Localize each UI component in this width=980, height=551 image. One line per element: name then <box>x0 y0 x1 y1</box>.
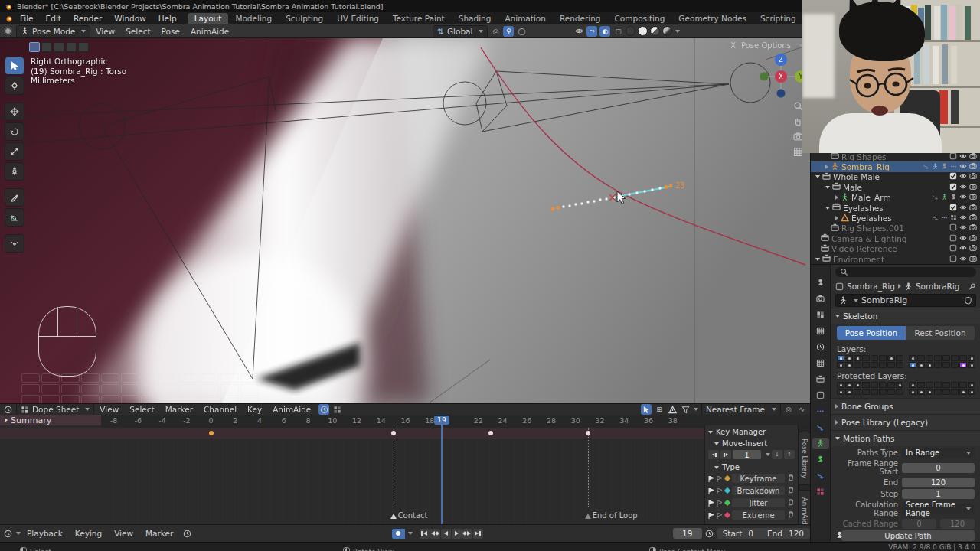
layer-cell[interactable] <box>951 355 959 361</box>
shading-wireframe-icon[interactable] <box>626 26 635 36</box>
layer-cell[interactable] <box>896 362 903 368</box>
expander-icon[interactable] <box>825 186 830 189</box>
blender-app-icon[interactable] <box>5 14 14 23</box>
armature-name-field[interactable]: SombraRig <box>835 294 976 307</box>
dope-menu-view[interactable]: View <box>94 405 124 414</box>
viewport-3d[interactable]: 23 Z Y X <box>0 38 810 403</box>
menu-window[interactable]: Window <box>108 14 152 23</box>
dope-menu-marker[interactable]: Marker <box>160 405 198 414</box>
trash-icon[interactable] <box>787 498 795 507</box>
snap-mode-dropdown[interactable]: Nearest Frame <box>701 403 781 416</box>
workspace-tab-texture-paint[interactable]: Texture Paint <box>386 13 452 24</box>
layer-cell[interactable] <box>837 355 844 361</box>
keyframe-dot[interactable] <box>391 431 396 435</box>
move-left-button[interactable] <box>708 450 719 459</box>
deselect-keys-flag-icon[interactable] <box>717 512 723 518</box>
visibility-eye-icon[interactable] <box>959 234 967 243</box>
layer-cell[interactable] <box>871 355 878 361</box>
layer-cell[interactable] <box>845 389 853 395</box>
pose-position-button[interactable]: Pose Position <box>837 326 906 340</box>
layer-cell[interactable] <box>871 382 878 388</box>
select-keys-flag-icon[interactable] <box>708 475 714 481</box>
render-camera-icon[interactable] <box>969 234 977 243</box>
layer-cell[interactable] <box>909 382 916 388</box>
layer-cell[interactable] <box>854 382 861 388</box>
layer-cell[interactable] <box>845 362 853 368</box>
dope-menu-animaide[interactable]: AnimAide <box>267 405 316 414</box>
layer-cell[interactable] <box>968 355 975 361</box>
deselect-keys-flag-icon[interactable] <box>717 475 723 481</box>
footer-menu-view[interactable]: View <box>108 529 139 538</box>
expander-icon[interactable] <box>815 258 820 261</box>
shading-material-icon[interactable] <box>650 26 660 36</box>
layer-cell[interactable] <box>917 389 925 395</box>
pin-icon[interactable] <box>968 282 976 291</box>
sidebar-close-button[interactable]: X <box>730 41 736 50</box>
layer-cell[interactable] <box>879 355 887 361</box>
warning-icon[interactable] <box>667 404 678 415</box>
viewport-menu-view[interactable]: View <box>90 27 120 36</box>
workspace-tab-modeling[interactable]: Modeling <box>228 13 279 24</box>
layer-cell[interactable] <box>968 362 975 368</box>
dope-sheet-mode-dropdown[interactable]: Dope Sheet <box>16 403 94 416</box>
key-type-jitter[interactable]: Jitter <box>732 498 785 507</box>
collection-checkbox[interactable] <box>949 234 957 243</box>
properties-tab-collection[interactable] <box>812 373 829 385</box>
type-title[interactable]: Type <box>722 463 740 471</box>
properties-tab-constraints[interactable] <box>812 422 829 433</box>
workspace-tab-layout[interactable]: Layout <box>188 13 229 24</box>
trash-icon[interactable] <box>787 474 795 483</box>
figure-green-icon[interactable] <box>941 193 948 202</box>
dope-menu-key[interactable]: Key <box>242 405 267 414</box>
layer-cell[interactable] <box>968 389 975 395</box>
move-right-button[interactable] <box>720 450 731 459</box>
layer-cell[interactable] <box>959 355 967 361</box>
layer-cell[interactable] <box>887 355 895 361</box>
animaide-timing-icon[interactable] <box>318 404 329 415</box>
playhead[interactable] <box>441 417 443 524</box>
viewport-menu-select[interactable]: Select <box>120 27 155 36</box>
properties-search-input[interactable] <box>835 267 976 277</box>
select-mode-buttons[interactable] <box>29 42 89 52</box>
collection-checkbox[interactable] <box>949 223 957 233</box>
filter-funnel-icon[interactable] <box>680 404 691 415</box>
render-camera-icon[interactable] <box>969 223 977 233</box>
dope-menu-channel[interactable]: Channel <box>198 405 242 414</box>
cursor-tool[interactable] <box>5 77 24 95</box>
select-lasso-icon[interactable] <box>66 42 77 52</box>
footer-menu-playback[interactable]: Playback <box>21 529 69 538</box>
select-circle-icon[interactable] <box>54 42 64 52</box>
layer-cell[interactable] <box>959 382 967 388</box>
keyframe-dot[interactable] <box>488 431 493 435</box>
expander-icon[interactable] <box>825 207 830 210</box>
transform-orientation-dropdown[interactable]: ⇅ Global <box>433 25 488 37</box>
start-value[interactable]: 0 <box>748 529 753 538</box>
next-keyframe-button[interactable] <box>462 529 472 539</box>
properties-tab-texture[interactable] <box>812 486 829 497</box>
render-camera-icon[interactable] <box>969 162 977 171</box>
timeline-marker[interactable]: Contact <box>390 514 397 519</box>
layer-cell[interactable] <box>862 355 870 361</box>
rest-position-button[interactable]: Rest Position <box>906 326 975 340</box>
pose-library-panel-header[interactable]: Pose Library (Legacy) <box>831 414 980 430</box>
bone-groups-panel-header[interactable]: Bone Groups <box>831 398 980 414</box>
layer-cell[interactable] <box>942 362 950 368</box>
figure-on-icon[interactable] <box>932 162 939 171</box>
key-type-keyframe[interactable]: Keyframe <box>732 474 785 483</box>
outliner-row-rig-shapes-001[interactable]: Rig Shapes.001 <box>811 223 980 233</box>
breadcrumb-object[interactable]: Sombra_Rig <box>847 282 895 291</box>
armature-layers-grid[interactable] <box>831 354 980 369</box>
workspace-tab-compositing[interactable]: Compositing <box>608 13 672 24</box>
animaide-clock-icon[interactable] <box>181 528 192 539</box>
layer-cell[interactable] <box>917 355 925 361</box>
layer-cell[interactable] <box>854 362 861 368</box>
extract-key-button[interactable]: ↑ <box>784 450 795 459</box>
breadcrumb-data[interactable]: SombraRig <box>916 282 960 291</box>
summary-channel[interactable]: Summary <box>0 415 101 425</box>
pivot-point-icon[interactable]: ◎ <box>490 26 501 37</box>
keyframe-dot[interactable] <box>586 431 590 435</box>
render-camera-icon[interactable] <box>969 214 977 223</box>
layer-cell[interactable] <box>896 382 903 388</box>
timeline-editor-icon[interactable] <box>2 528 13 539</box>
select-cursor-icon[interactable] <box>641 404 652 415</box>
